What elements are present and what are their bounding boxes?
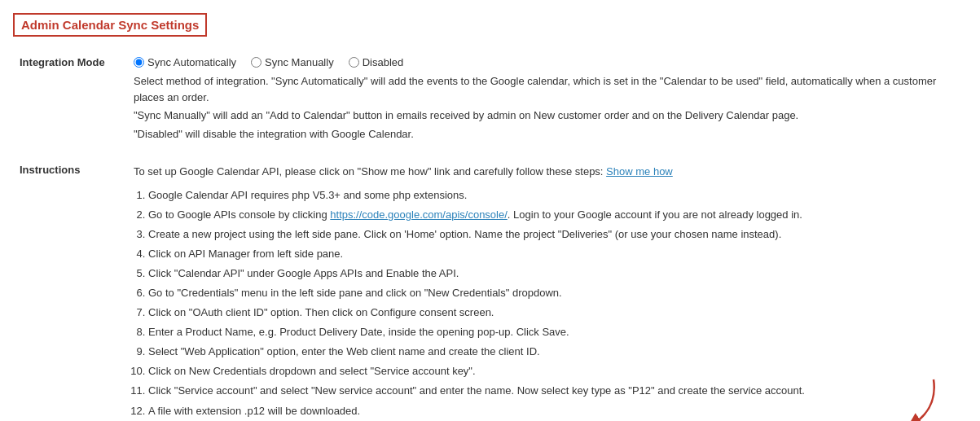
instructions-label: Instructions (20, 164, 80, 176)
integration-desc3: "Disabled" will disable the integration … (134, 126, 960, 143)
red-arrow-icon (868, 375, 942, 421)
list-item: Click on API Manager from left side pane… (148, 245, 960, 263)
list-item: Click on New Credentials dropdown and se… (148, 362, 960, 380)
disabled-label: Disabled (363, 56, 404, 68)
sync-auto-label: Sync Automatically (147, 56, 236, 68)
list-item: Select "Web Application" option, enter t… (148, 343, 960, 361)
sync-auto-option[interactable]: Sync Automatically (134, 56, 236, 68)
list-item: Click "Calendar API" under Google Apps A… (148, 265, 960, 283)
sync-manual-radio[interactable] (251, 57, 261, 68)
list-item: Click "Service account" and select "New … (148, 382, 960, 400)
list-item: Google Calendar API requires php V5.3+ a… (148, 186, 960, 204)
list-item: Click on "OAuth client ID" option. Then … (148, 304, 960, 322)
instructions-intro: To set up Google Calendar API, please cl… (134, 164, 960, 180)
page-title: Admin Calendar Sync Settings (13, 13, 207, 37)
list-item: A file with extension .p12 will be downl… (148, 402, 960, 420)
show-me-how-link[interactable]: Show me how (606, 165, 673, 178)
integration-desc2: "Sync Manually" will add an "Add to Cale… (134, 107, 960, 124)
sync-manual-label: Sync Manually (265, 56, 334, 68)
list-item: Go to Google APIs console by clicking ht… (148, 206, 960, 224)
list-item: Enter a Product Name, e.g. Product Deliv… (148, 323, 960, 341)
disabled-radio[interactable] (349, 57, 359, 68)
list-item: Create a new project using the left side… (148, 226, 960, 243)
disabled-option[interactable]: Disabled (349, 56, 404, 68)
instructions-list: Google Calendar API requires php V5.3+ a… (134, 186, 960, 422)
sync-manual-option[interactable]: Sync Manually (251, 56, 334, 68)
integration-mode-label: Integration Mode (20, 56, 105, 68)
integration-desc1: Select method of integration. "Sync Auto… (134, 73, 960, 105)
sync-auto-radio[interactable] (134, 57, 144, 68)
list-item: Go to "Credentials" menu in the left sid… (148, 284, 960, 302)
google-apis-link[interactable]: https://code.google.com/apis/console/ (330, 208, 508, 221)
